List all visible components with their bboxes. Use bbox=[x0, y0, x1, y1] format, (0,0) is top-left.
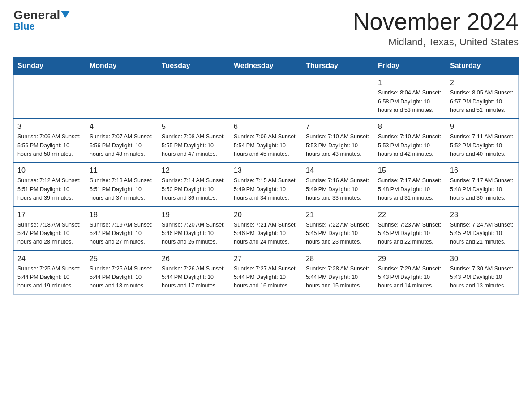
day-number: 25 bbox=[90, 255, 154, 263]
calendar-cell: 2Sunrise: 8:05 AM Sunset: 6:57 PM Daylig… bbox=[446, 75, 519, 119]
day-number: 5 bbox=[162, 123, 226, 131]
calendar-cell: 8Sunrise: 7:10 AM Sunset: 5:53 PM Daylig… bbox=[374, 119, 446, 163]
day-info: Sunrise: 7:30 AM Sunset: 5:43 PM Dayligh… bbox=[450, 265, 515, 291]
calendar-week-row: 17Sunrise: 7:18 AM Sunset: 5:47 PM Dayli… bbox=[14, 207, 519, 251]
day-number: 6 bbox=[234, 123, 298, 131]
calendar-header-row: SundayMondayTuesdayWednesdayThursdayFrid… bbox=[14, 57, 519, 75]
day-number: 13 bbox=[234, 167, 298, 175]
day-info: Sunrise: 7:07 AM Sunset: 5:56 PM Dayligh… bbox=[90, 133, 154, 158]
day-number: 9 bbox=[450, 123, 515, 131]
day-info: Sunrise: 7:29 AM Sunset: 5:43 PM Dayligh… bbox=[378, 265, 442, 291]
calendar-cell bbox=[302, 75, 374, 119]
logo: General Blue bbox=[13, 9, 70, 32]
calendar-cell: 22Sunrise: 7:23 AM Sunset: 5:45 PM Dayli… bbox=[374, 207, 446, 251]
calendar-cell: 18Sunrise: 7:19 AM Sunset: 5:47 PM Dayli… bbox=[86, 207, 158, 251]
day-number: 10 bbox=[17, 167, 82, 175]
calendar-table: SundayMondayTuesdayWednesdayThursdayFrid… bbox=[13, 57, 519, 295]
day-number: 7 bbox=[306, 123, 370, 131]
calendar-week-row: 1Sunrise: 8:04 AM Sunset: 6:58 PM Daylig… bbox=[14, 75, 519, 119]
calendar-cell: 13Sunrise: 7:15 AM Sunset: 5:49 PM Dayli… bbox=[230, 163, 302, 206]
calendar-week-row: 24Sunrise: 7:25 AM Sunset: 5:44 PM Dayli… bbox=[14, 251, 519, 295]
day-number: 3 bbox=[17, 123, 82, 131]
calendar-cell: 11Sunrise: 7:13 AM Sunset: 5:51 PM Dayli… bbox=[86, 163, 158, 206]
calendar-cell: 30Sunrise: 7:30 AM Sunset: 5:43 PM Dayli… bbox=[446, 251, 519, 295]
calendar-cell: 14Sunrise: 7:16 AM Sunset: 5:49 PM Dayli… bbox=[302, 163, 374, 206]
day-number: 11 bbox=[90, 167, 154, 175]
day-of-week-header: Monday bbox=[86, 57, 158, 75]
calendar-cell: 21Sunrise: 7:22 AM Sunset: 5:45 PM Dayli… bbox=[302, 207, 374, 251]
calendar-cell: 24Sunrise: 7:25 AM Sunset: 5:44 PM Dayli… bbox=[14, 251, 86, 295]
calendar-cell: 27Sunrise: 7:27 AM Sunset: 5:44 PM Dayli… bbox=[230, 251, 302, 295]
day-number: 24 bbox=[17, 255, 82, 263]
day-info: Sunrise: 7:20 AM Sunset: 5:46 PM Dayligh… bbox=[162, 221, 226, 247]
day-of-week-header: Saturday bbox=[446, 57, 519, 75]
day-info: Sunrise: 7:27 AM Sunset: 5:44 PM Dayligh… bbox=[234, 265, 298, 291]
logo-general: General bbox=[13, 9, 70, 21]
day-info: Sunrise: 7:16 AM Sunset: 5:49 PM Dayligh… bbox=[306, 176, 370, 202]
logo-triangle-icon bbox=[61, 11, 70, 18]
page-header: General Blue November 2024 Midland, Texa… bbox=[13, 9, 519, 48]
day-info: Sunrise: 7:26 AM Sunset: 5:44 PM Dayligh… bbox=[162, 265, 226, 291]
calendar-cell: 20Sunrise: 7:21 AM Sunset: 5:46 PM Dayli… bbox=[230, 207, 302, 251]
logo-blue-text: Blue bbox=[13, 21, 35, 32]
day-info: Sunrise: 7:21 AM Sunset: 5:46 PM Dayligh… bbox=[234, 221, 298, 247]
day-info: Sunrise: 7:14 AM Sunset: 5:50 PM Dayligh… bbox=[162, 176, 226, 202]
day-number: 17 bbox=[17, 211, 82, 219]
day-of-week-header: Sunday bbox=[14, 57, 86, 75]
day-of-week-header: Friday bbox=[374, 57, 446, 75]
day-info: Sunrise: 7:25 AM Sunset: 5:44 PM Dayligh… bbox=[17, 265, 82, 291]
calendar-cell bbox=[86, 75, 158, 119]
day-of-week-header: Tuesday bbox=[158, 57, 230, 75]
day-info: Sunrise: 7:12 AM Sunset: 5:51 PM Dayligh… bbox=[17, 176, 82, 202]
calendar-cell: 17Sunrise: 7:18 AM Sunset: 5:47 PM Dayli… bbox=[14, 207, 86, 251]
day-info: Sunrise: 7:25 AM Sunset: 5:44 PM Dayligh… bbox=[90, 265, 154, 291]
day-info: Sunrise: 7:09 AM Sunset: 5:54 PM Dayligh… bbox=[234, 133, 298, 158]
day-info: Sunrise: 7:23 AM Sunset: 5:45 PM Dayligh… bbox=[378, 221, 442, 247]
calendar-title: November 2024 bbox=[353, 9, 519, 34]
calendar-cell: 19Sunrise: 7:20 AM Sunset: 5:46 PM Dayli… bbox=[158, 207, 230, 251]
day-info: Sunrise: 8:05 AM Sunset: 6:57 PM Dayligh… bbox=[450, 89, 515, 115]
calendar-cell: 29Sunrise: 7:29 AM Sunset: 5:43 PM Dayli… bbox=[374, 251, 446, 295]
calendar-cell: 28Sunrise: 7:28 AM Sunset: 5:44 PM Dayli… bbox=[302, 251, 374, 295]
title-block: November 2024 Midland, Texas, United Sta… bbox=[353, 9, 519, 48]
day-number: 16 bbox=[450, 167, 515, 175]
calendar-cell: 25Sunrise: 7:25 AM Sunset: 5:44 PM Dayli… bbox=[86, 251, 158, 295]
day-number: 19 bbox=[162, 211, 226, 219]
day-info: Sunrise: 8:04 AM Sunset: 6:58 PM Dayligh… bbox=[378, 89, 442, 115]
day-info: Sunrise: 7:11 AM Sunset: 5:52 PM Dayligh… bbox=[450, 133, 515, 158]
day-number: 12 bbox=[162, 167, 226, 175]
day-info: Sunrise: 7:22 AM Sunset: 5:45 PM Dayligh… bbox=[306, 221, 370, 247]
day-number: 22 bbox=[378, 211, 442, 219]
day-number: 2 bbox=[450, 79, 515, 87]
day-number: 30 bbox=[450, 255, 515, 263]
calendar-subtitle: Midland, Texas, United States bbox=[353, 36, 519, 48]
day-number: 8 bbox=[378, 123, 442, 131]
calendar-cell: 10Sunrise: 7:12 AM Sunset: 5:51 PM Dayli… bbox=[14, 163, 86, 206]
day-info: Sunrise: 7:15 AM Sunset: 5:49 PM Dayligh… bbox=[234, 176, 298, 202]
calendar-cell: 4Sunrise: 7:07 AM Sunset: 5:56 PM Daylig… bbox=[86, 119, 158, 163]
day-number: 21 bbox=[306, 211, 370, 219]
day-info: Sunrise: 7:10 AM Sunset: 5:53 PM Dayligh… bbox=[378, 133, 442, 158]
day-number: 29 bbox=[378, 255, 442, 263]
day-info: Sunrise: 7:13 AM Sunset: 5:51 PM Dayligh… bbox=[90, 176, 154, 202]
calendar-week-row: 3Sunrise: 7:06 AM Sunset: 5:56 PM Daylig… bbox=[14, 119, 519, 163]
day-of-week-header: Wednesday bbox=[230, 57, 302, 75]
calendar-cell: 3Sunrise: 7:06 AM Sunset: 5:56 PM Daylig… bbox=[14, 119, 86, 163]
calendar-cell: 26Sunrise: 7:26 AM Sunset: 5:44 PM Dayli… bbox=[158, 251, 230, 295]
day-number: 26 bbox=[162, 255, 226, 263]
day-info: Sunrise: 7:17 AM Sunset: 5:48 PM Dayligh… bbox=[450, 176, 515, 202]
day-number: 20 bbox=[234, 211, 298, 219]
day-number: 18 bbox=[90, 211, 154, 219]
day-info: Sunrise: 7:17 AM Sunset: 5:48 PM Dayligh… bbox=[378, 176, 442, 202]
day-number: 28 bbox=[306, 255, 370, 263]
day-info: Sunrise: 7:28 AM Sunset: 5:44 PM Dayligh… bbox=[306, 265, 370, 291]
calendar-cell: 23Sunrise: 7:24 AM Sunset: 5:45 PM Dayli… bbox=[446, 207, 519, 251]
calendar-cell: 5Sunrise: 7:08 AM Sunset: 5:55 PM Daylig… bbox=[158, 119, 230, 163]
calendar-cell: 9Sunrise: 7:11 AM Sunset: 5:52 PM Daylig… bbox=[446, 119, 519, 163]
calendar-cell bbox=[14, 75, 86, 119]
day-info: Sunrise: 7:06 AM Sunset: 5:56 PM Dayligh… bbox=[17, 133, 82, 158]
day-info: Sunrise: 7:18 AM Sunset: 5:47 PM Dayligh… bbox=[17, 221, 82, 247]
calendar-cell: 7Sunrise: 7:10 AM Sunset: 5:53 PM Daylig… bbox=[302, 119, 374, 163]
calendar-cell: 6Sunrise: 7:09 AM Sunset: 5:54 PM Daylig… bbox=[230, 119, 302, 163]
day-number: 14 bbox=[306, 167, 370, 175]
